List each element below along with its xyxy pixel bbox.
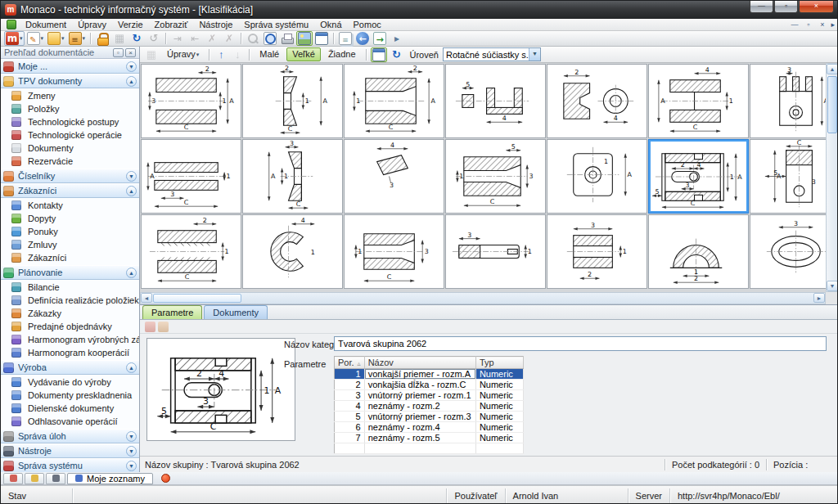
sidebar-item-technologicke-postupy[interactable]: Technologické postupy <box>1 115 139 128</box>
sidebar-item-bilancie[interactable]: Bilancie <box>1 281 139 294</box>
chevron-up-icon[interactable]: ▲ <box>126 76 137 87</box>
thumbnail-5[interactable]: 24 <box>547 64 647 138</box>
tab-parametre[interactable]: Parametre <box>142 305 202 319</box>
tab-dokumenty[interactable]: Dokumenty <box>204 305 268 319</box>
param-row-2[interactable]: 2vonkajšia dĺžka - rozm.CNumeric <box>335 380 524 390</box>
scroll-up-icon[interactable]: ▲ <box>827 64 838 74</box>
chevron-down-icon[interactable]: ▼ <box>126 171 137 182</box>
sidebar-item-zmluvy[interactable]: Zmluvy <box>1 238 139 251</box>
thumbnails-small-button[interactable]: Malé <box>254 47 285 61</box>
menu-pomoc[interactable]: Pomoc <box>348 19 387 31</box>
param-row-7[interactable]: 7neznámy - rozm.5Numeric <box>335 433 524 443</box>
sidebar-item-rezervacie[interactable]: Rezervácie <box>1 155 139 168</box>
chevron-down-icon[interactable]: ▼ <box>126 431 137 442</box>
minimize-button[interactable]: — <box>750 1 773 13</box>
tools-tab[interactable] <box>46 473 65 484</box>
horizontal-scroll-thumb[interactable] <box>153 294 241 303</box>
category-name-field[interactable]: Tvarová skupina 2062 <box>334 336 827 351</box>
sidebar-item-zakazky[interactable]: Zákazky <box>1 307 139 320</box>
sidebar-close-button[interactable]: × <box>125 48 136 57</box>
mdi-minimize-button[interactable]: — <box>787 20 801 30</box>
chevron-down-icon[interactable]: ▼ <box>126 446 137 457</box>
thumbnail-7[interactable]: 3A <box>750 64 826 138</box>
lock-button[interactable] <box>94 31 110 46</box>
open-folder-button[interactable]: ▾ <box>46 31 66 46</box>
sidebar-item-vydavanie-do-vyroby[interactable]: Vydávanie do výroby <box>1 376 139 389</box>
sidebar-group-moje[interactable]: Moje ...▼ <box>1 59 139 74</box>
mdi-close-button[interactable]: × <box>815 20 829 30</box>
sidebar-item-kontakty[interactable]: Kontakty <box>1 199 139 212</box>
sidebar-item-technologicke-operacie[interactable]: Technologické operácie <box>1 128 139 142</box>
param-row-3[interactable]: 3vnútorný priemer - rozm.1Numeric <box>335 390 524 401</box>
navigate-back-button[interactable] <box>354 31 371 46</box>
thumbnail-18[interactable]: 31 <box>445 214 546 289</box>
param-row-1[interactable]: 1vonkajší priemer - rozm.ANumeric <box>335 369 524 380</box>
menu-zobrazit[interactable]: Zobraziť <box>149 19 194 31</box>
thumbnail-11[interactable]: 135C <box>445 139 546 214</box>
sidebar-group-nastroje[interactable]: Nástroje▼ <box>1 443 139 458</box>
thumbnail-2[interactable]: 2A1C <box>242 64 343 138</box>
chevron-down-icon[interactable]: ▼ <box>126 61 137 72</box>
vertical-scroll-thumb[interactable] <box>827 76 837 133</box>
thumbnail-21[interactable]: 31 <box>750 214 826 289</box>
scroll-left-icon[interactable]: ◄ <box>141 293 152 303</box>
column-header-nazov[interactable]: Názov <box>364 357 475 369</box>
overflow-button[interactable] <box>389 31 405 46</box>
thumbnail-19[interactable]: 312 <box>547 214 647 289</box>
horizontal-scrollbar[interactable]: ◄ ► <box>140 292 826 304</box>
chevron-up-icon[interactable]: ▲ <box>126 186 137 196</box>
sidebar-item-polozky[interactable]: Položky <box>1 102 139 115</box>
sidebar-group-sprava-systemu[interactable]: Správa systému▼ <box>1 458 139 472</box>
thumbnail-9[interactable]: 31AC <box>242 139 343 214</box>
print-preview-button[interactable] <box>262 31 278 46</box>
thumbnail-10[interactable]: 43 <box>344 139 444 214</box>
sidebar-item-definicia-realizacie-poloziek[interactable]: Definícia realizácie položiek <box>1 294 139 307</box>
maximize-button[interactable]: ▫ <box>774 1 798 13</box>
column-header-typ[interactable]: Typ <box>475 357 523 369</box>
column-header-por[interactable]: Por.▵ <box>335 357 365 369</box>
sidebar-item-zakaznici[interactable]: Zákazníci <box>1 251 139 264</box>
preview-mode-button[interactable] <box>371 47 387 62</box>
copy-document-button[interactable] <box>337 31 354 46</box>
sidebar-item-dielenske-dokumenty[interactable]: Dielenské dokumenty <box>1 402 139 415</box>
menu-okna[interactable]: Okná <box>314 19 347 31</box>
sidebar-group-sprava-uloh[interactable]: Správa úloh▼ <box>1 429 139 443</box>
move-up-button[interactable]: ↑ <box>214 47 228 62</box>
menu-nastroje[interactable]: Nástroje <box>193 19 238 31</box>
thumbnail-13-selected[interactable]: 24351AC <box>648 139 749 214</box>
sidebar-item-ponuky[interactable]: Ponuky <box>1 225 139 238</box>
menu-sprava-systemu[interactable]: Správa systému <box>238 19 314 31</box>
sidebar-item-harmonogram-vyrobnych-zakaziek[interactable]: Harmonogram výrobných zákaziek <box>1 333 139 346</box>
chevron-up-icon[interactable]: ▲ <box>126 268 137 278</box>
sidebar-pin-button[interactable]: ▫ <box>113 48 124 57</box>
sidebar-group-ciselniky[interactable]: Číselníky▼ <box>1 169 139 183</box>
thumbnail-3[interactable]: 21AC <box>344 64 444 138</box>
thumbnail-8[interactable]: A13C <box>141 139 241 214</box>
sidebar-group-tpv-dokumenty[interactable]: TPV dokumenty▲ <box>1 74 139 88</box>
thumbnail-12[interactable]: A1 <box>547 139 647 214</box>
sidebar-item-predajne-objednavky[interactable]: Predajné objednávky <box>1 320 139 333</box>
level-combobox[interactable]: Rotačné súčiastky s... ▼ <box>443 47 541 61</box>
open-window-button[interactable] <box>372 31 388 46</box>
chevron-up-icon[interactable]: ▲ <box>126 362 137 373</box>
archive-tab[interactable] <box>25 473 44 484</box>
sidebar-item-harmonogram-kooperacii[interactable]: Harmonogram kooperácií <box>1 346 139 359</box>
sidebar-item-zmeny[interactable]: Zmeny <box>1 89 139 102</box>
open-catalog-button[interactable]: ▾ <box>67 31 88 46</box>
documents-tab[interactable] <box>3 473 23 484</box>
refresh-button[interactable] <box>128 31 145 46</box>
sidebar-group-zakaznici[interactable]: Zákazníci▲ <box>1 183 139 198</box>
scroll-down-icon[interactable]: ▼ <box>827 281 838 291</box>
sidebar-item-dokumenty-preskladnenia[interactable]: Dokumenty preskladnenia <box>1 389 139 402</box>
print-button[interactable] <box>279 31 295 46</box>
param-row-4[interactable]: 4neznámy - rozm.2Numeric <box>335 401 524 412</box>
thumbnail-6[interactable]: 4A1C <box>648 64 749 138</box>
monaco-profile-button[interactable]: ▾ <box>4 31 25 46</box>
menu-verzie[interactable]: Verzie <box>112 19 149 31</box>
thumbnails-none-button[interactable]: Žiadne <box>322 47 362 61</box>
menu-upravy[interactable]: Úpravy <box>72 19 112 31</box>
show-panel-button[interactable] <box>313 31 330 46</box>
show-images-button[interactable] <box>296 31 313 46</box>
param-row-5[interactable]: 5vnútorný priemer - rozm.3Numeric <box>335 412 524 422</box>
mdi-restore-button[interactable]: ▫ <box>801 20 815 30</box>
